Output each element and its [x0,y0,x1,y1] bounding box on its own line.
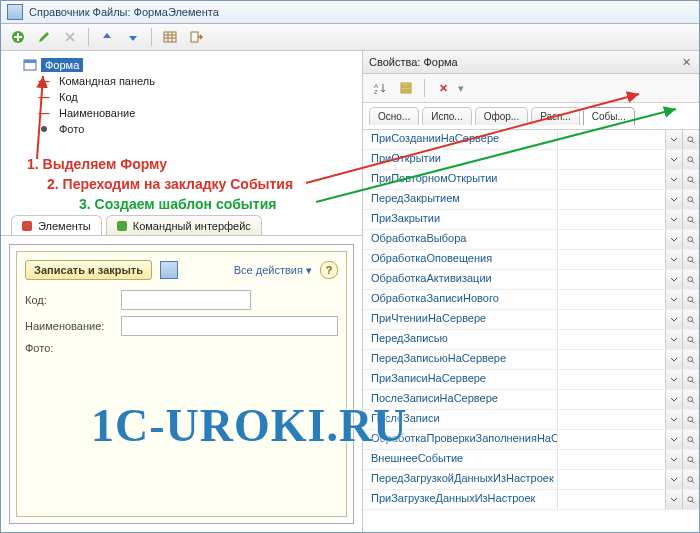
event-magnifier-button[interactable] [682,210,699,229]
event-value[interactable] [557,370,665,389]
ptab-events[interactable]: Собы... [583,107,635,125]
event-magnifier-button[interactable] [682,250,699,269]
event-dropdown-button[interactable] [665,430,682,449]
event-value[interactable] [557,130,665,149]
event-row[interactable]: ПриОткрытии [363,150,699,170]
ptab-main[interactable]: Осно... [369,107,419,125]
event-value[interactable] [557,410,665,429]
event-value[interactable] [557,310,665,329]
event-magnifier-button[interactable] [682,370,699,389]
event-row[interactable]: ПередЗагрузкойДанныхИзНастроек [363,470,699,490]
event-row[interactable]: ПриЧтенииНаСервере [363,310,699,330]
event-row[interactable]: ПриЗакрытии [363,210,699,230]
event-row[interactable]: ОбработкаПроверкиЗаполненияНаСервере [363,430,699,450]
event-magnifier-button[interactable] [682,450,699,469]
event-dropdown-button[interactable] [665,190,682,209]
event-row[interactable]: ПередЗаписью [363,330,699,350]
event-dropdown-button[interactable] [665,390,682,409]
event-dropdown-button[interactable] [665,410,682,429]
help-button[interactable]: ? [320,261,338,279]
event-magnifier-button[interactable] [682,470,699,489]
event-value[interactable] [557,390,665,409]
event-dropdown-button[interactable] [665,470,682,489]
event-dropdown-button[interactable] [665,310,682,329]
event-magnifier-button[interactable] [682,230,699,249]
event-magnifier-button[interactable] [682,150,699,169]
event-dropdown-button[interactable] [665,350,682,369]
kod-input[interactable] [121,290,251,310]
event-magnifier-button[interactable] [682,270,699,289]
tree-node-kod[interactable]: — Код [37,89,354,105]
event-magnifier-button[interactable] [682,390,699,409]
event-magnifier-button[interactable] [682,430,699,449]
event-value[interactable] [557,350,665,369]
close-properties-button[interactable]: ✕ [679,55,693,69]
name-input[interactable] [121,316,338,336]
categories-button[interactable] [395,77,417,99]
element-tree[interactable]: Форма — Командная панель — Код — [1,51,362,139]
event-row[interactable]: ПередЗакрытием [363,190,699,210]
event-row[interactable]: ОбработкаВыбора [363,230,699,250]
tab-elements[interactable]: Элементы [11,215,102,235]
dropdown-icon[interactable]: ▾ [458,82,464,95]
event-list[interactable]: ПриСозданииНаСервереПриОткрытииПриПовтор… [363,130,699,532]
tree-node-photo[interactable]: Фото [37,121,354,137]
event-dropdown-button[interactable] [665,490,682,509]
save-and-close-button[interactable]: Записать и закрыть [25,260,152,280]
move-down-button[interactable] [122,26,144,48]
event-row[interactable]: ВнешнееСобытие [363,450,699,470]
event-value[interactable] [557,150,665,169]
event-dropdown-button[interactable] [665,230,682,249]
event-value[interactable] [557,430,665,449]
event-magnifier-button[interactable] [682,490,699,509]
event-dropdown-button[interactable] [665,450,682,469]
event-value[interactable] [557,190,665,209]
tree-node-name[interactable]: — Наименование [37,105,354,121]
all-actions-link[interactable]: Все действия ▾ [234,264,312,277]
ptab-layout[interactable]: Расп... [531,107,580,125]
event-magnifier-button[interactable] [682,310,699,329]
event-row[interactable]: ПриЗагрузкеДанныхИзНастроек [363,490,699,510]
event-dropdown-button[interactable] [665,170,682,189]
event-value[interactable] [557,210,665,229]
event-value[interactable] [557,170,665,189]
event-dropdown-button[interactable] [665,210,682,229]
ptab-format[interactable]: Офор... [475,107,528,125]
event-dropdown-button[interactable] [665,370,682,389]
tree-node-command-panel[interactable]: — Командная панель [37,73,354,89]
event-row[interactable]: ПриПовторномОткрытии [363,170,699,190]
event-row[interactable]: ПередЗаписьюНаСервере [363,350,699,370]
event-row[interactable]: ПослеЗаписи [363,410,699,430]
save-icon[interactable] [160,261,178,279]
event-value[interactable] [557,290,665,309]
event-row[interactable]: ОбработкаОповещения [363,250,699,270]
edit-button[interactable] [33,26,55,48]
event-row[interactable]: ПриСозданииНаСервере [363,130,699,150]
event-value[interactable] [557,330,665,349]
event-row[interactable]: ПослеЗаписиНаСервере [363,390,699,410]
move-up-button[interactable] [96,26,118,48]
add-button[interactable] [7,26,29,48]
delete-button[interactable] [59,26,81,48]
event-dropdown-button[interactable] [665,270,682,289]
event-magnifier-button[interactable] [682,410,699,429]
event-value[interactable] [557,490,665,509]
event-dropdown-button[interactable] [665,130,682,149]
event-row[interactable]: ОбработкаАктивизации [363,270,699,290]
event-value[interactable] [557,230,665,249]
sort-az-button[interactable]: AZ [369,77,391,99]
event-magnifier-button[interactable] [682,290,699,309]
tree-node-form[interactable]: Форма [23,57,354,73]
event-row[interactable]: ПриЗаписиНаСервере [363,370,699,390]
event-magnifier-button[interactable] [682,130,699,149]
event-magnifier-button[interactable] [682,330,699,349]
table-button[interactable] [159,26,181,48]
tab-command-interface[interactable]: Командный интерфейс [106,215,262,235]
event-magnifier-button[interactable] [682,170,699,189]
ptab-usage[interactable]: Испо... [422,107,472,125]
event-value[interactable] [557,470,665,489]
event-value[interactable] [557,450,665,469]
event-dropdown-button[interactable] [665,250,682,269]
event-dropdown-button[interactable] [665,330,682,349]
event-magnifier-button[interactable] [682,190,699,209]
